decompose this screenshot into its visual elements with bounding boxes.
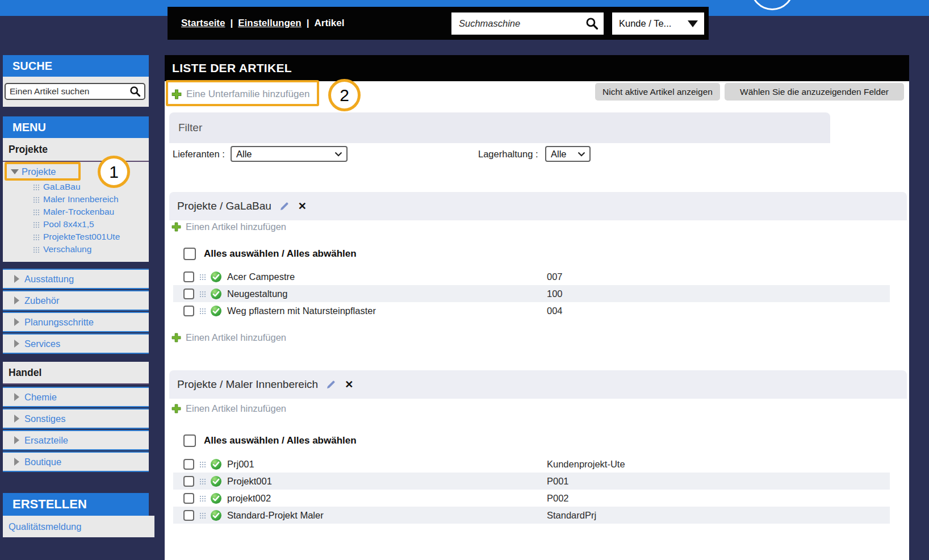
annotation-circle-step2: 2 — [328, 79, 361, 111]
sidebar-item-chemie[interactable]: Chemie — [3, 387, 149, 407]
article-row[interactable]: Weg pflastern mit Natursteinpflaster 004 — [173, 302, 890, 319]
triangle-down-icon — [11, 169, 19, 174]
sidebar-projekte-panel: Projekte Projekte GaLaBau Maler Innenber… — [3, 138, 149, 262]
sidebar-item-ersatzteile[interactable]: Ersatzteile — [3, 430, 149, 450]
sidebar-item-sonstiges[interactable]: Sonstiges — [3, 408, 149, 429]
drag-handle-icon[interactable] — [199, 512, 206, 519]
active-status-icon[interactable] — [210, 305, 222, 317]
menu-item-label[interactable]: Zubehör — [24, 295, 59, 306]
breadcrumb-einstellungen[interactable]: Einstellungen — [238, 18, 301, 28]
tree-item-label[interactable]: Pool 8x4x1,5 — [43, 219, 94, 229]
sidebar-item-boutique[interactable]: Boutique — [3, 452, 149, 472]
customer-dropdown[interactable]: Kunde / Te... — [612, 12, 704, 35]
show-inactive-articles-button[interactable]: Nicht aktive Artikel anzeigen — [595, 83, 720, 101]
article-name[interactable]: projekt002 — [227, 493, 271, 504]
search-icon[interactable] — [129, 86, 141, 97]
active-status-icon[interactable] — [210, 271, 222, 283]
tree-item-label[interactable]: ProjekteTest001Ute — [43, 232, 120, 242]
tree-item-label[interactable]: Maler-Trockenbau — [43, 207, 114, 217]
active-status-icon[interactable] — [210, 288, 222, 300]
select-all-checkbox[interactable] — [183, 434, 196, 447]
article-row[interactable]: Acer Campestre 007 — [173, 268, 890, 285]
triangle-right-icon — [14, 393, 19, 401]
drag-handle-icon[interactable] — [199, 307, 206, 315]
article-name[interactable]: Acer Campestre — [227, 271, 295, 282]
sidebar-search-header: SUCHE — [3, 55, 149, 77]
menu-item-label[interactable]: Services — [24, 338, 60, 349]
sidebar-item-qualitaetsmeldung[interactable]: Qualitätsmeldung — [3, 516, 154, 537]
select-all-checkbox[interactable] — [183, 248, 196, 260]
article-row[interactable]: Standard-Projekt Maler StandardPrj — [173, 507, 890, 524]
close-icon[interactable]: ✕ — [345, 379, 353, 390]
tree-item-label[interactable]: GaLaBau — [43, 182, 81, 192]
close-icon[interactable]: ✕ — [298, 201, 307, 211]
edit-icon[interactable] — [325, 379, 336, 390]
sidebar-item-projektetest001ute[interactable]: ProjekteTest001Ute — [3, 231, 149, 243]
search-icon[interactable] — [585, 17, 599, 30]
article-row[interactable]: Prj001 Kundenprojekt-Ute — [173, 455, 890, 473]
tree-item-label[interactable]: Verschalung — [43, 244, 91, 254]
active-status-icon[interactable] — [210, 475, 222, 487]
tree-item-label[interactable]: Maler Innenbereich — [43, 194, 119, 204]
active-status-icon[interactable] — [210, 492, 222, 504]
choose-fields-button[interactable]: Wählen Sie die anzuzeigenden Felder — [725, 83, 904, 101]
menu-item-label[interactable]: Boutique — [24, 457, 61, 467]
row-checkbox[interactable] — [183, 306, 194, 316]
menu-item-label[interactable]: Qualitätsmeldung — [9, 521, 81, 532]
article-search-input[interactable] — [6, 86, 129, 97]
sidebar-item-galabau[interactable]: GaLaBau — [3, 181, 149, 193]
article-name[interactable]: Prj001 — [227, 459, 254, 470]
filter-body: Lieferanten : Alle Lagerhaltung : Alle — [169, 143, 830, 165]
menu-item-label[interactable]: Sonstiges — [24, 413, 65, 424]
plus-icon — [171, 333, 181, 342]
drag-handle-icon[interactable] — [199, 273, 206, 281]
triangle-right-icon — [14, 296, 19, 304]
add-article-label: Einen Artikel hinzufügen — [186, 403, 286, 414]
add-article-link[interactable]: Einen Artikel hinzufügen — [171, 222, 286, 232]
sidebar-item-services[interactable]: Services — [3, 333, 149, 354]
row-checkbox[interactable] — [183, 271, 194, 282]
article-search-box[interactable] — [5, 83, 145, 100]
row-checkbox[interactable] — [183, 510, 194, 521]
filter-panel: Filter Lieferanten : Alle Lagerhaltung :… — [169, 112, 830, 165]
sidebar-item-pool[interactable]: Pool 8x4x1,5 — [3, 218, 149, 231]
drag-handle-icon[interactable] — [199, 290, 206, 298]
drag-handle-icon[interactable] — [199, 461, 206, 468]
add-article-link[interactable]: Einen Artikel hinzufügen — [171, 403, 286, 414]
drag-handle-icon[interactable] — [199, 495, 206, 502]
article-row[interactable]: Neugestaltung 100 — [173, 285, 890, 302]
row-checkbox[interactable] — [183, 493, 194, 504]
row-checkbox[interactable] — [183, 476, 194, 487]
stock-filter-select[interactable]: Alle — [545, 146, 591, 162]
article-name[interactable]: Projekt001 — [227, 476, 272, 487]
menu-item-label[interactable]: Planungsschritte — [24, 317, 94, 328]
article-name[interactable]: Standard-Projekt Maler — [227, 510, 324, 521]
drag-handle-icon[interactable] — [199, 478, 206, 485]
edit-icon[interactable] — [279, 201, 290, 212]
article-name[interactable]: Weg pflastern mit Natursteinpflaster — [227, 306, 376, 316]
add-subfamily-link[interactable]: Eine Unterfamilie hinzufügen — [171, 89, 309, 100]
tree-parent-link[interactable]: Projekte — [22, 166, 56, 177]
sidebar-item-planungsschritte[interactable]: Planungsschritte — [3, 312, 149, 332]
plus-icon — [171, 222, 181, 232]
menu-item-label[interactable]: Ausstattung — [24, 274, 74, 285]
global-search-input[interactable] — [451, 18, 585, 30]
active-status-icon[interactable] — [210, 458, 222, 470]
article-name[interactable]: Neugestaltung — [227, 289, 287, 299]
sidebar-item-verschalung[interactable]: Verschalung — [3, 243, 149, 256]
row-checkbox[interactable] — [183, 289, 194, 299]
article-row[interactable]: projekt002 P002 — [173, 490, 890, 507]
menu-item-label[interactable]: Ersatzteile — [24, 435, 68, 446]
menu-item-label[interactable]: Chemie — [24, 392, 57, 403]
sidebar-item-maler-trockenbau[interactable]: Maler-Trockenbau — [3, 206, 149, 218]
sidebar-item-maler-innenbereich[interactable]: Maler Innenbereich — [3, 193, 149, 206]
sidebar-item-zubehoer[interactable]: Zubehör — [3, 290, 149, 311]
global-search-box[interactable] — [451, 12, 604, 35]
add-article-link[interactable]: Einen Artikel hinzufügen — [171, 332, 286, 343]
sidebar-item-ausstattung[interactable]: Ausstattung — [3, 269, 149, 289]
article-row[interactable]: Projekt001 P001 — [173, 473, 890, 490]
active-status-icon[interactable] — [210, 509, 222, 521]
breadcrumb-startseite[interactable]: Startseite — [181, 18, 225, 28]
supplier-filter-select[interactable]: Alle — [231, 146, 348, 162]
row-checkbox[interactable] — [183, 459, 194, 470]
